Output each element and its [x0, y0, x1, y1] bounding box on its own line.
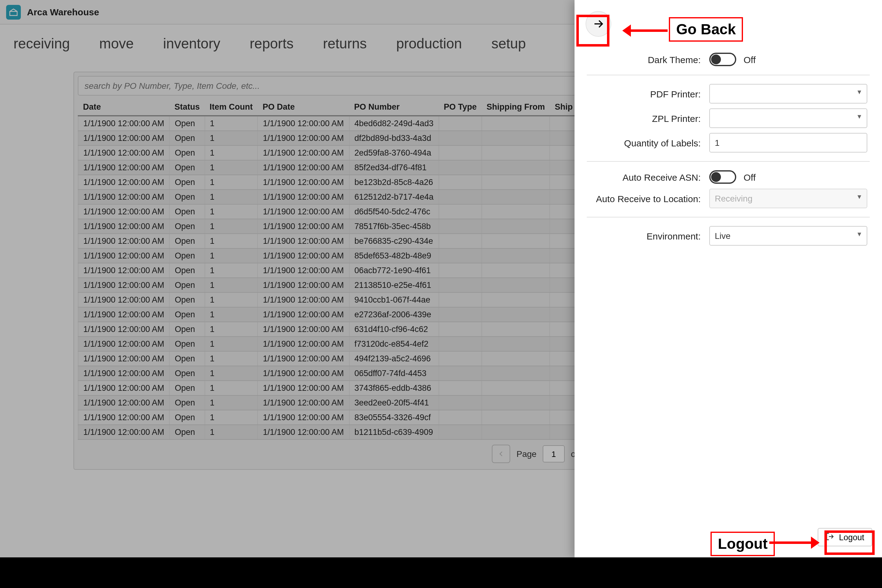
- col-date[interactable]: Date: [78, 99, 170, 116]
- table-cell: [439, 263, 482, 278]
- table-cell: 1/1/1900 12:00:00 AM: [78, 116, 170, 131]
- table-cell: 1: [205, 322, 258, 337]
- table-row[interactable]: 1/1/1900 12:00:00 AMOpen11/1/1900 12:00:…: [78, 395, 626, 410]
- col-itemcount[interactable]: Item Count: [205, 99, 258, 116]
- table-cell: 1/1/1900 12:00:00 AM: [258, 381, 350, 395]
- table-row[interactable]: 1/1/1900 12:00:00 AMOpen11/1/1900 12:00:…: [78, 410, 626, 425]
- table-cell: Open: [170, 263, 205, 278]
- dark-theme-label: Dark Theme:: [589, 54, 709, 64]
- table-cell: [482, 131, 550, 146]
- table-cell: 1/1/1900 12:00:00 AM: [78, 395, 170, 410]
- auto-loc-select[interactable]: Receiving: [709, 189, 867, 208]
- table-cell: [482, 381, 550, 395]
- env-select[interactable]: Live: [709, 226, 867, 246]
- dark-theme-toggle[interactable]: [709, 52, 736, 66]
- table-cell: [482, 234, 550, 248]
- tab-setup[interactable]: setup: [491, 36, 526, 52]
- table-row[interactable]: 1/1/1900 12:00:00 AMOpen11/1/1900 12:00:…: [78, 160, 626, 175]
- app-logo-icon: [6, 4, 21, 19]
- table-cell: Open: [170, 234, 205, 248]
- table-row[interactable]: 1/1/1900 12:00:00 AMOpen11/1/1900 12:00:…: [78, 146, 626, 160]
- auto-asn-label: Auto Receive ASN:: [589, 172, 709, 182]
- pager: Page of 157: [78, 440, 627, 465]
- table-cell: [482, 292, 550, 307]
- close-panel-button[interactable]: [585, 11, 611, 37]
- table-row[interactable]: 1/1/1900 12:00:00 AMOpen11/1/1900 12:00:…: [78, 204, 626, 219]
- table-cell: Open: [170, 351, 205, 366]
- table-cell: df2bd89d-bd33-4a3d: [349, 131, 439, 146]
- table-cell: 3743f865-eddb-4386: [349, 381, 439, 395]
- table-row[interactable]: 1/1/1900 12:00:00 AMOpen11/1/1900 12:00:…: [78, 131, 626, 146]
- table-row[interactable]: 1/1/1900 12:00:00 AMOpen11/1/1900 12:00:…: [78, 263, 626, 278]
- zpl-printer-select[interactable]: [709, 108, 867, 128]
- table-cell: 1: [205, 307, 258, 322]
- tab-production[interactable]: production: [396, 36, 462, 52]
- table-cell: 1/1/1900 12:00:00 AM: [258, 366, 350, 381]
- table-row[interactable]: 1/1/1900 12:00:00 AMOpen11/1/1900 12:00:…: [78, 307, 626, 322]
- table-row[interactable]: 1/1/1900 12:00:00 AMOpen11/1/1900 12:00:…: [78, 351, 626, 366]
- table-cell: 1/1/1900 12:00:00 AM: [78, 351, 170, 366]
- pager-page-input[interactable]: [543, 445, 565, 462]
- tab-receiving[interactable]: receiving: [14, 36, 70, 52]
- table-cell: Open: [170, 395, 205, 410]
- table-cell: Open: [170, 322, 205, 337]
- tab-move[interactable]: move: [99, 36, 134, 52]
- table-row[interactable]: 1/1/1900 12:00:00 AMOpen11/1/1900 12:00:…: [78, 278, 626, 292]
- search-input[interactable]: [78, 76, 627, 96]
- table-cell: b1211b5d-c639-4909: [349, 425, 439, 440]
- table-cell: [439, 160, 482, 175]
- tab-inventory[interactable]: inventory: [163, 36, 220, 52]
- table-cell: 1/1/1900 12:00:00 AM: [258, 351, 350, 366]
- table-cell: 1/1/1900 12:00:00 AM: [258, 307, 350, 322]
- table-row[interactable]: 1/1/1900 12:00:00 AMOpen11/1/1900 12:00:…: [78, 219, 626, 234]
- col-potype[interactable]: PO Type: [439, 99, 482, 116]
- table-row[interactable]: 1/1/1900 12:00:00 AMOpen11/1/1900 12:00:…: [78, 322, 626, 337]
- table-cell: 21138510-e25e-4f61: [349, 278, 439, 292]
- table-cell: 1/1/1900 12:00:00 AM: [258, 175, 350, 190]
- table-row[interactable]: 1/1/1900 12:00:00 AMOpen11/1/1900 12:00:…: [78, 116, 626, 131]
- logout-button[interactable]: Logout: [818, 528, 872, 546]
- table-cell: [439, 307, 482, 322]
- table-cell: Open: [170, 175, 205, 190]
- logout-icon: [825, 532, 834, 542]
- col-podate[interactable]: PO Date: [258, 99, 350, 116]
- table-row[interactable]: 1/1/1900 12:00:00 AMOpen11/1/1900 12:00:…: [78, 292, 626, 307]
- table-row[interactable]: 1/1/1900 12:00:00 AMOpen11/1/1900 12:00:…: [78, 337, 626, 351]
- table-cell: 1/1/1900 12:00:00 AM: [78, 234, 170, 248]
- table-cell: [439, 351, 482, 366]
- table-cell: Open: [170, 366, 205, 381]
- table-row[interactable]: 1/1/1900 12:00:00 AMOpen11/1/1900 12:00:…: [78, 248, 626, 263]
- table-cell: 1: [205, 337, 258, 351]
- table-cell: [439, 146, 482, 160]
- tab-reports[interactable]: reports: [250, 36, 293, 52]
- tab-returns[interactable]: returns: [323, 36, 367, 52]
- table-cell: Open: [170, 292, 205, 307]
- table-row[interactable]: 1/1/1900 12:00:00 AMOpen11/1/1900 12:00:…: [78, 366, 626, 381]
- table-cell: 1/1/1900 12:00:00 AM: [78, 190, 170, 204]
- table-row[interactable]: 1/1/1900 12:00:00 AMOpen11/1/1900 12:00:…: [78, 190, 626, 204]
- pdf-printer-label: PDF Printer:: [589, 88, 709, 99]
- col-ponum[interactable]: PO Number: [349, 99, 439, 116]
- table-row[interactable]: 1/1/1900 12:00:00 AMOpen11/1/1900 12:00:…: [78, 175, 626, 190]
- pager-prev-button[interactable]: [492, 445, 510, 463]
- col-shipfrom[interactable]: Shipping From: [482, 99, 550, 116]
- table-cell: 3eed2ee0-20f5-4f41: [349, 395, 439, 410]
- auto-asn-toggle[interactable]: [709, 170, 736, 184]
- table-cell: 1/1/1900 12:00:00 AM: [78, 263, 170, 278]
- logout-button-label: Logout: [839, 532, 864, 542]
- table-cell: 83e05554-3326-49cf: [349, 410, 439, 425]
- pdf-printer-select[interactable]: [709, 84, 867, 104]
- table-cell: [439, 292, 482, 307]
- table-cell: 4bed6d82-249d-4ad3: [349, 116, 439, 131]
- table-row[interactable]: 1/1/1900 12:00:00 AMOpen11/1/1900 12:00:…: [78, 234, 626, 248]
- table-cell: 1/1/1900 12:00:00 AM: [258, 278, 350, 292]
- table-cell: 1/1/1900 12:00:00 AM: [258, 116, 350, 131]
- table-row[interactable]: 1/1/1900 12:00:00 AMOpen11/1/1900 12:00:…: [78, 381, 626, 395]
- table-cell: 1: [205, 204, 258, 219]
- table-cell: 494f2139-a5c2-4696: [349, 351, 439, 366]
- qty-labels-input[interactable]: [709, 133, 867, 153]
- col-status[interactable]: Status: [170, 99, 205, 116]
- table-cell: 1: [205, 116, 258, 131]
- table-cell: [482, 322, 550, 337]
- table-row[interactable]: 1/1/1900 12:00:00 AMOpen11/1/1900 12:00:…: [78, 425, 626, 440]
